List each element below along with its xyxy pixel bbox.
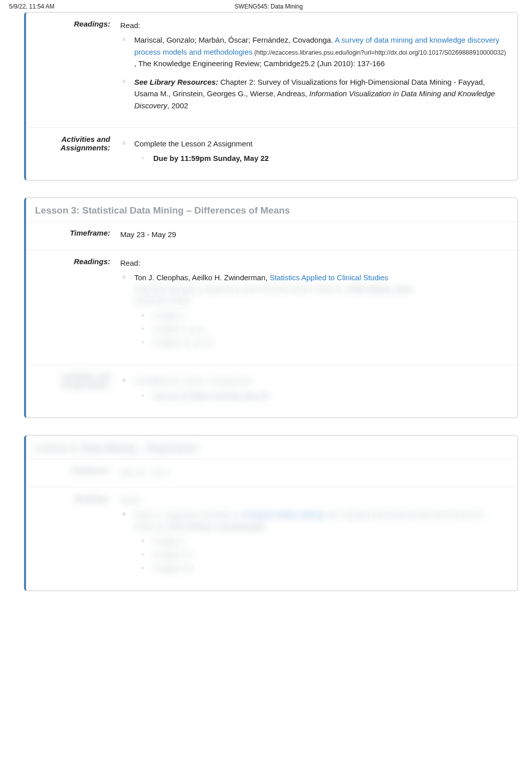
timeframe-row: Timeframe: May 23 - May 29 bbox=[26, 221, 517, 249]
chapter-item: Chapter 1 bbox=[150, 535, 508, 547]
read-heading: Read: bbox=[120, 259, 140, 267]
lesson-2-card: Readings: Read: Mariscal, Gonzalo; Marbá… bbox=[24, 12, 518, 180]
lesson-4-title: Lesson 4: Data Mining – Regression bbox=[26, 436, 517, 459]
timeframe-label: Timeframe: bbox=[26, 222, 116, 249]
authors: Ton J. Cleophas, Aeilko H. Zwinderman, bbox=[134, 273, 270, 282]
chapter-item: Chapter 25, p.279 bbox=[150, 337, 508, 348]
activities-row: Activities and Assignments: Complete the… bbox=[26, 127, 517, 180]
doc-title: SWENG545: Data Mining bbox=[234, 3, 303, 10]
read-heading: Read: bbox=[120, 496, 140, 504]
readings-row: Readings: Read: Charu C. Aggarwal, Chand… bbox=[26, 487, 517, 591]
reading-item: See Library Resources: Chapter 2: Survey… bbox=[131, 76, 508, 111]
reading-url: (http://ezaccess.libraries.psu.edu/login… bbox=[252, 49, 506, 56]
chapter-list: Chapter 1 Chapter 2, p.31 Chapter 25, p.… bbox=[134, 310, 508, 349]
reading-year: , 2002 bbox=[167, 101, 188, 110]
readings-value: Read: Ton J. Cleophas, Aeilko H. Zwinder… bbox=[116, 250, 517, 365]
read-heading: Read: bbox=[120, 21, 140, 30]
reading-link[interactable]: Frequent Pattern Mining bbox=[243, 510, 324, 519]
timeframe-value: May 23 - May 29 bbox=[116, 222, 517, 249]
chapter-list: Chapter 1 Chapter 2-4 Chapter 5-9 bbox=[134, 535, 508, 574]
readings-row: Readings: Read: Mariscal, Gonzalo; Marbá… bbox=[26, 13, 517, 127]
readings-value: Read: Mariscal, Gonzalo; Marbán, Óscar; … bbox=[116, 13, 517, 127]
activities-value: Complete the Lesson 3 Assignment Due by … bbox=[116, 365, 517, 418]
activities-value: Complete the Lesson 2 Assignment Due by … bbox=[116, 128, 517, 180]
hidden-pub: , Fifth Edition, 2012 bbox=[344, 285, 413, 293]
reading-item: Ton J. Cleophas, Aeilko H. Zwinderman, S… bbox=[131, 272, 508, 349]
content: Readings: Read: Mariscal, Gonzalo; Marbá… bbox=[0, 12, 532, 628]
activity-item: Complete the Lesson 3 Assignment Due by … bbox=[131, 375, 508, 402]
authors: Charu C. Aggarwal, Chandan K. bbox=[134, 510, 243, 519]
chapter-item: Chapter 2-4 bbox=[150, 549, 508, 560]
hidden-note: Dordrecht Online bbox=[134, 295, 508, 306]
timeframe-label: Timeframe: bbox=[26, 459, 116, 487]
authors: Mariscal, Gonzalo; Marbán, Óscar; Fernán… bbox=[134, 36, 335, 44]
readings-row: Readings: Read: Ton J. Cleophas, Aeilko … bbox=[26, 250, 517, 365]
timeframe-value: May 30 - Jun 5 bbox=[116, 459, 517, 487]
activity-text: Complete the Lesson 2 Assignment bbox=[134, 139, 252, 148]
reading-pub: , 2014 (Online e-book/Apple) bbox=[164, 522, 265, 531]
chapter-item: Chapter 2, p.31 bbox=[150, 323, 508, 335]
readings-value: Read: Charu C. Aggarwal, Chandan K. Freq… bbox=[116, 487, 517, 591]
due-date: Due by 11:59pm Sunday, May 22 bbox=[150, 152, 508, 164]
activities-label: Activities and Assignments: bbox=[26, 128, 116, 180]
see-library: See Library Resources: bbox=[134, 78, 218, 86]
activity-item: Complete the Lesson 2 Assignment Due by … bbox=[131, 138, 508, 164]
lesson-4-card: Lesson 4: Data Mining – Regression Timef… bbox=[24, 435, 518, 591]
activities-row: Activities and Assignments: Complete the… bbox=[26, 364, 517, 418]
hidden-url: (http://link.springer.com/book/10.1007%2… bbox=[134, 285, 342, 293]
reading-item: Charu C. Aggarwal, Chandan K. Frequent P… bbox=[131, 509, 508, 574]
reading-tail: , The Knowledge Engineering Review; Camb… bbox=[134, 59, 385, 68]
lesson-3-card: Lesson 3: Statistical Data Mining – Diff… bbox=[24, 198, 518, 418]
due-date: Due by 11:59pm Sunday, May 29 bbox=[150, 390, 508, 402]
activity-text: Complete the Lesson 3 Assignment bbox=[134, 376, 252, 385]
readings-label: Readings: bbox=[26, 13, 116, 127]
timeframe-row: Timeframe: May 30 - Jun 5 bbox=[26, 459, 517, 487]
chapter-item: Chapter 1 bbox=[150, 310, 508, 321]
activities-label: Activities and Assignments: bbox=[26, 365, 116, 418]
readings-label: Readings: bbox=[26, 487, 116, 591]
timestamp: 5/9/22, 11:54 AM bbox=[9, 3, 55, 10]
reading-link[interactable]: Statistics Applied to Clinical Studies bbox=[270, 273, 388, 282]
lesson-3-title: Lesson 3: Statistical Data Mining – Diff… bbox=[26, 198, 517, 221]
reading-item: Mariscal, Gonzalo; Marbán, Óscar; Fernán… bbox=[131, 34, 508, 69]
chapter-item: Chapter 5-9 bbox=[150, 562, 508, 574]
page-header: 5/9/22, 11:54 AM SWENG545: Data Mining bbox=[0, 0, 532, 12]
readings-label: Readings: bbox=[26, 250, 116, 365]
